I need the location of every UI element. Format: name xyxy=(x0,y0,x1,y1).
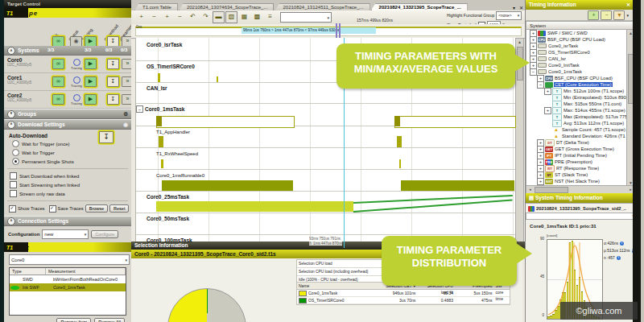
radio-icon[interactable] xyxy=(12,140,19,147)
checkbox-icon[interactable] xyxy=(10,172,17,180)
ruler-marker-left[interactable] xyxy=(336,23,337,38)
trace-bar[interactable] xyxy=(394,116,400,126)
core-row[interactable]: Core1 U2C_A3000yi5 ∞ Tracing ▶ ↧ » xyxy=(4,73,131,91)
collapse-icon[interactable]: ∧ xyxy=(7,217,15,225)
toolbar-icon[interactable]: ↶ xyxy=(187,11,199,23)
download-settings-header[interactable]: ∧ Download Settings ◉ xyxy=(4,119,131,130)
trace-bar[interactable] xyxy=(156,201,353,212)
core-link-button[interactable]: ∞ xyxy=(52,94,64,105)
tree-item[interactable]: + CAN_Isr xyxy=(526,56,627,62)
document-tab[interactable]: 20210824_13321395_ScopeTrace_... xyxy=(371,3,468,10)
flex-core-select[interactable]: Core0 ▾ xyxy=(9,254,130,265)
toolbar-icon[interactable]: ▬ xyxy=(213,11,225,23)
trace-row-label[interactable]: OS_TimerISRCore0 xyxy=(138,63,195,70)
task-detail-row[interactable]: Core0_1msTask 946us 101ns 65.34 5us 150n… xyxy=(297,290,510,297)
collapse-icon[interactable]: ∧ xyxy=(7,47,15,55)
radio-icon[interactable] xyxy=(12,149,19,156)
trace-row-label[interactable]: Core0_1msRunnable0 xyxy=(147,171,204,179)
tree-item[interactable]: + Core0_isrTask xyxy=(526,43,627,49)
trace-bar[interactable] xyxy=(156,116,162,126)
expander-icon[interactable]: + xyxy=(544,88,551,95)
browse-button[interactable]: Browse xyxy=(85,204,108,213)
trace-row-label[interactable]: T1_AppHandler xyxy=(147,128,190,135)
toolbar-icon[interactable]: + xyxy=(135,11,147,23)
trace-row-label[interactable]: Core0_25msTask xyxy=(138,193,189,200)
remove-all-button[interactable]: Remove All xyxy=(94,318,125,322)
timing-parameter-tree[interactable]: + SWF / SWC / SWD + CPU BSF_CPU (BSF CPU… xyxy=(526,29,628,187)
toolbar-icon[interactable]: ▩ xyxy=(251,11,263,23)
ruler-marker-right[interactable] xyxy=(339,23,341,38)
radio-option[interactable]: Wait for Trigger xyxy=(4,148,131,157)
tree-item[interactable]: + Core0_InitTask xyxy=(526,62,627,68)
document-tab[interactable]: 20210824_13074634_ScopeTrace_... xyxy=(179,3,275,10)
task-detail-row[interactable]: OS_TimerISRCore0 3us 70ns 0.4883 475ns xyxy=(297,297,510,304)
chevron-down-icon[interactable]: ▾ xyxy=(626,13,629,18)
core-link-button[interactable]: ∞ xyxy=(52,59,64,69)
expander-icon[interactable]: − xyxy=(530,68,537,76)
core-download-button[interactable]: ↧ xyxy=(107,59,119,69)
core-download-button[interactable]: ↧ xyxy=(107,76,119,87)
toolbar-icon[interactable]: ↷ xyxy=(200,11,212,23)
trace-bar[interactable] xyxy=(162,180,293,191)
measurement-row[interactable]: lnk SWF Core0_1msTask xyxy=(10,283,126,291)
expand-icon[interactable]: ▾ xyxy=(7,110,15,118)
eye-icon[interactable]: ◉ xyxy=(123,122,128,128)
type-column-header[interactable]: Type xyxy=(10,268,46,275)
toolbar-icon[interactable]: ▧ xyxy=(225,11,237,23)
trace-bar[interactable] xyxy=(399,159,401,168)
tree-item[interactable]: − CET (Core Execution Time) xyxy=(526,81,627,88)
trace-row-label[interactable]: Core0_isrTask xyxy=(138,41,182,48)
toolbar-icon[interactable]: − xyxy=(148,11,160,23)
expander-icon[interactable]: + xyxy=(544,107,551,114)
expander-icon[interactable]: − xyxy=(537,81,544,89)
info-icon[interactable]: i xyxy=(617,256,621,260)
tree-item[interactable]: T Max: 515us 550ns (T1.cont) xyxy=(526,101,627,107)
checkbox-option[interactable]: Start Streaming when linked xyxy=(4,180,131,189)
toolbar-icon[interactable]: ≡ xyxy=(264,11,276,23)
trace-bar[interactable] xyxy=(156,116,295,128)
core-tracing-button[interactable]: ▶ xyxy=(85,76,97,87)
core-download-button[interactable]: ↧ xyxy=(107,94,119,105)
trace-bar[interactable] xyxy=(161,159,163,168)
core-tracing-button[interactable]: ▶ xyxy=(85,94,97,105)
core-tracing-button[interactable]: ▶ xyxy=(85,59,97,69)
remove-icon[interactable]: − xyxy=(601,10,612,20)
trace-bar[interactable] xyxy=(401,180,514,191)
close-icon[interactable]: ✕ xyxy=(626,0,630,10)
flex-table-header[interactable]: Type Measurement xyxy=(10,268,126,275)
core-link-button[interactable]: ∞ xyxy=(52,76,64,87)
trace-row-label[interactable]: Core0_50msTask xyxy=(138,215,189,222)
filter-funnel-icon[interactable]: ▼ xyxy=(613,10,625,20)
configuration-select[interactable]: new ▾ xyxy=(42,229,89,239)
trace-row-label[interactable]: T1_RxWheelSpeed xyxy=(147,150,198,157)
scroll-up-icon[interactable]: ▲ xyxy=(516,39,523,44)
core-row[interactable]: Core2 U2C_A3000yi5 ∞ Tracing ▶ ↧ » xyxy=(4,91,131,109)
connection-settings-header[interactable]: ∧ Connection Settings xyxy=(4,216,131,226)
checkbox-icon[interactable] xyxy=(10,181,17,188)
trace-bar[interactable] xyxy=(159,136,163,147)
measurement-row[interactable]: SWD bWrittenFromBothReadOnCore0 xyxy=(10,275,126,283)
tree-item[interactable]: + SWF / SWC / SWD xyxy=(526,30,627,36)
radio-icon[interactable] xyxy=(12,158,19,165)
trace-bar[interactable] xyxy=(394,116,516,128)
trace-row-label[interactable]: − Core0_1msTask xyxy=(136,105,184,113)
remove-item-button[interactable]: Remove Item xyxy=(56,318,91,322)
scrollbar-thumb[interactable] xyxy=(535,187,568,193)
measurement-column-header[interactable]: Measurement xyxy=(46,268,126,275)
collapse-icon[interactable]: ∧ xyxy=(7,121,15,129)
tab-list-dropdown[interactable]: ▾ xyxy=(511,5,517,10)
trace-bar[interactable] xyxy=(217,76,218,82)
toolbar-icon[interactable]: − xyxy=(174,11,186,23)
save-traces-checkbox[interactable] xyxy=(49,205,56,213)
tree-item[interactable]: + T Min: 512us 100ns (T1.scope) xyxy=(526,88,627,94)
tree-item[interactable]: T Max (Extrapolated): 517us 775n xyxy=(526,114,627,120)
show-traces-checkbox[interactable] xyxy=(9,205,16,213)
tree-item[interactable]: + T Max: 514us 455ns (T1.scope) xyxy=(526,107,627,114)
trace-row-label[interactable]: CAN_Isr xyxy=(138,85,167,92)
tree-item[interactable]: + OS_TimerISRCore0 xyxy=(526,49,627,56)
auto-download-button[interactable]: ↧ xyxy=(99,131,114,143)
toolbar-search-select[interactable]: ▾ xyxy=(280,12,332,23)
configure-button[interactable]: Configure xyxy=(91,230,118,238)
gear-icon[interactable]: ⚙ xyxy=(123,111,128,118)
groups-section-header[interactable]: ▾ Groups ⚙ xyxy=(4,109,131,119)
